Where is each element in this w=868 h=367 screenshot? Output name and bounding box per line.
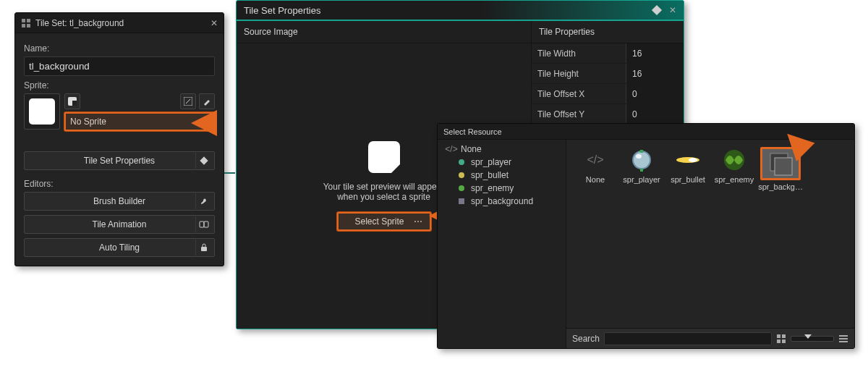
animation-icon [195,216,211,232]
auto-tiling-button[interactable]: Auto Tiling [24,238,215,257]
close-icon[interactable]: ✕ [210,18,218,28]
svg-rect-28 [839,335,848,337]
code-icon: </> [446,144,456,154]
search-input[interactable] [604,332,772,345]
diamond-icon [195,153,211,169]
property-value[interactable]: 0 [626,84,684,104]
property-row: Tile Offset Y 0 [532,104,684,125]
preview-hint-line1: Your tile set preview will appear [323,182,445,192]
svg-rect-5 [72,101,77,106]
svg-point-11 [459,172,464,178]
property-value[interactable]: 16 [626,64,684,83]
none-placeholder-icon: </> [580,147,610,173]
thumb-player-icon [626,147,657,173]
edit-sprite-button[interactable] [180,93,196,109]
sprite-icon [456,157,467,167]
sprite-icon [456,183,467,193]
paint-sprite-button[interactable] [199,93,215,109]
close-icon[interactable]: ✕ [669,5,676,15]
sprite-preview-slot[interactable] [24,93,60,130]
sprite-preview-icon [29,98,55,125]
ellipsis-icon: ⋯ [414,216,422,227]
tileset-panel: Tile Set: tl_background ✕ Name: Sprite: [14,12,224,266]
thumb-label: spr_backg… [758,182,803,191]
property-row: Tile Height 16 [532,64,684,84]
sprite-icon [456,196,467,206]
thumb-item[interactable]: spr_bullet [666,147,710,184]
button-label: Tile Animation [93,219,147,229]
connector-line [224,172,235,174]
svg-rect-13 [459,198,464,204]
svg-rect-9 [201,247,207,251]
svg-point-16 [636,154,642,159]
grid-icon [21,18,31,28]
search-label: Search [572,334,600,344]
svg-point-15 [634,152,650,168]
tree-item-label: spr_bullet [471,170,509,180]
thumb-enemy-icon [719,147,749,173]
tileset-panel-header: Tile Set: tl_background ✕ [15,13,224,33]
button-label: Brush Builder [93,196,145,206]
thumb-label: spr_enemy [715,175,754,184]
select-sprite-button[interactable]: Select Sprite ⋯ [337,212,431,231]
slider-thumb-icon [804,334,812,339]
tree-item-label: None [461,144,482,154]
list-view-icon[interactable] [838,334,848,344]
lock-icon [195,240,211,256]
property-label: Tile Width [532,48,626,59]
sprite-icon [456,170,467,180]
brush-icon [195,193,211,209]
svg-point-20 [689,158,697,162]
property-value[interactable]: 0 [626,104,684,124]
tree-item[interactable]: spr_bullet [438,169,566,182]
thumb-item[interactable]: spr_player [620,147,663,184]
thumb-label: spr_player [623,175,660,184]
property-value[interactable]: 16 [626,43,684,63]
tree-item-none[interactable]: </> None [438,143,566,156]
svg-rect-0 [22,19,25,22]
panel-title: Tile Set: tl_background [35,18,210,28]
property-row: Tile Offset X 0 [532,84,684,104]
svg-rect-2 [22,24,25,28]
resource-tree: </> None spr_player spr_bullet spr_enemy… [438,140,566,348]
panel-title: Tile Set Properties [244,5,653,16]
svg-rect-27 [782,339,786,343]
property-row: Tile Width 16 [532,43,684,64]
grid-view-icon[interactable] [776,334,786,344]
zoom-slider[interactable] [791,336,834,342]
tileset-properties-button[interactable]: Tile Set Properties [24,151,215,170]
tree-item-label: spr_player [471,157,511,167]
tree-item[interactable]: spr_background [438,195,566,208]
no-sprite-label: No Sprite [70,117,200,127]
thumb-label: None [586,175,605,184]
tree-item[interactable]: spr_enemy [438,182,566,195]
button-label: Auto Tiling [99,242,140,253]
properties-panel-header: Tile Set Properties ✕ [237,1,684,21]
tree-item[interactable]: spr_player [438,156,566,169]
svg-rect-3 [27,24,30,28]
property-label: Tile Offset Y [532,109,626,119]
button-label: Select Sprite [346,216,414,227]
property-label: Tile Height [532,69,626,79]
new-sprite-button[interactable] [64,93,80,109]
editors-label: Editors: [24,179,215,189]
svg-rect-7 [200,222,204,227]
svg-point-12 [459,185,464,191]
property-label: Tile Offset X [532,89,626,99]
name-input[interactable] [24,56,215,76]
diamond-icon [652,5,662,15]
brush-builder-button[interactable]: Brush Builder [24,192,215,211]
thumb-label: spr_bullet [671,175,705,184]
tile-properties-label: Tile Properties [532,21,684,43]
thumb-none[interactable]: </> None [574,147,617,184]
name-label: Name: [24,43,215,54]
svg-rect-30 [839,341,848,342]
thumb-item[interactable]: spr_enemy [712,147,756,184]
svg-rect-23 [775,158,792,175]
button-label: Tile Set Properties [84,156,155,166]
tile-animation-button[interactable]: Tile Animation [24,215,215,234]
sprite-label: Sprite: [24,80,215,90]
search-bar: Search [566,328,854,348]
svg-rect-17 [640,150,643,153]
svg-rect-29 [839,338,848,339]
